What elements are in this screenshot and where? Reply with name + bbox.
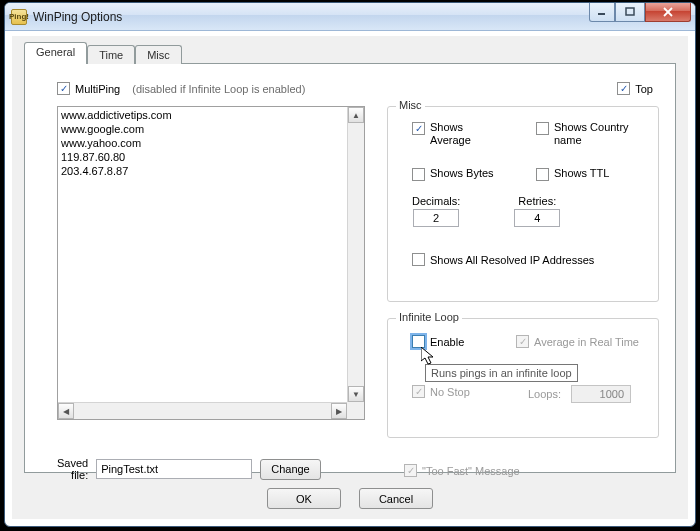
- avg-realtime-checkbox: [516, 335, 529, 348]
- shows-bytes-checkbox[interactable]: [412, 168, 425, 181]
- loops-label: Loops:: [528, 388, 561, 400]
- loops-input: [571, 385, 631, 403]
- ok-button[interactable]: OK: [267, 488, 341, 509]
- svg-rect-1: [626, 8, 634, 15]
- change-button[interactable]: Change: [260, 459, 321, 480]
- shows-all-ip-label: Shows All Resolved IP Addresses: [430, 254, 594, 266]
- scrollbar-horizontal[interactable]: ◀ ▶: [58, 402, 347, 419]
- top-checkbox[interactable]: [617, 82, 630, 95]
- tab-panel-general: MultiPing (disabled if Infinite Loop is …: [24, 63, 676, 473]
- hosts-textarea[interactable]: www.addictivetips.com www.google.com www…: [57, 106, 365, 420]
- scroll-up-icon[interactable]: ▲: [348, 107, 364, 123]
- cancel-button[interactable]: Cancel: [359, 488, 433, 509]
- client-area: General Time Misc MultiPing (disabled if…: [12, 36, 688, 519]
- scrollbar-corner: [347, 402, 364, 419]
- multiping-row: MultiPing (disabled if Infinite Loop is …: [57, 82, 305, 95]
- titlebar[interactable]: Ping! WinPing Options: [5, 3, 695, 31]
- minimize-button[interactable]: [589, 3, 615, 22]
- tab-strip: General Time Misc: [24, 44, 182, 64]
- infinite-loop-legend: Infinite Loop: [396, 311, 462, 323]
- top-label: Top: [635, 83, 653, 95]
- saved-file-row: Saved file: Change: [57, 457, 321, 481]
- app-icon: Ping!: [11, 9, 27, 25]
- tab-general[interactable]: General: [24, 42, 87, 64]
- scroll-right-icon[interactable]: ▶: [331, 403, 347, 419]
- window-frame: Ping! WinPing Options General Time Misc …: [4, 2, 696, 527]
- too-fast-checkbox: [404, 464, 417, 477]
- decimals-input[interactable]: [413, 209, 459, 227]
- shows-ttl-label: Shows TTL: [554, 167, 609, 179]
- maximize-button[interactable]: [615, 3, 645, 22]
- tab-misc[interactable]: Misc: [135, 45, 182, 64]
- top-row: Top: [617, 82, 653, 95]
- shows-country-label: Shows Country name: [554, 121, 629, 147]
- too-fast-label: "Too Fast" Message: [422, 465, 520, 477]
- misc-legend: Misc: [396, 99, 425, 111]
- retries-label: Retries:: [514, 195, 560, 207]
- dialog-buttons: OK Cancel: [12, 488, 688, 509]
- misc-fieldset: Misc Shows Average Shows Country name Sh…: [387, 106, 659, 302]
- window-title: WinPing Options: [33, 10, 122, 24]
- shows-all-ip-checkbox[interactable]: [412, 253, 425, 266]
- no-stop-label: No Stop: [430, 386, 470, 398]
- enable-label: Enable: [430, 336, 464, 348]
- hosts-text: www.addictivetips.com www.google.com www…: [61, 108, 347, 402]
- retries-input[interactable]: [514, 209, 560, 227]
- scroll-left-icon[interactable]: ◀: [58, 403, 74, 419]
- close-button[interactable]: [645, 3, 691, 22]
- too-fast-row: "Too Fast" Message: [404, 464, 520, 477]
- enable-tooltip: Runs pings in an infinite loop: [425, 364, 578, 382]
- avg-realtime-label: Average in Real Time: [534, 336, 639, 348]
- shows-average-checkbox[interactable]: [412, 122, 425, 135]
- shows-average-label: Shows Average: [430, 121, 471, 147]
- saved-file-input[interactable]: [96, 459, 252, 479]
- shows-ttl-checkbox[interactable]: [536, 168, 549, 181]
- saved-file-label: Saved file:: [57, 457, 88, 481]
- scrollbar-vertical[interactable]: ▲ ▼: [347, 107, 364, 402]
- no-stop-checkbox: [412, 385, 425, 398]
- tab-time[interactable]: Time: [87, 45, 135, 64]
- multiping-label: MultiPing: [75, 83, 120, 95]
- shows-country-checkbox[interactable]: [536, 122, 549, 135]
- multiping-checkbox[interactable]: [57, 82, 70, 95]
- scroll-down-icon[interactable]: ▼: [348, 386, 364, 402]
- enable-checkbox[interactable]: [412, 335, 425, 348]
- multiping-note: (disabled if Infinite Loop is enabled): [132, 83, 305, 95]
- shows-bytes-label: Shows Bytes: [430, 167, 494, 179]
- decimals-label: Decimals:: [412, 195, 460, 207]
